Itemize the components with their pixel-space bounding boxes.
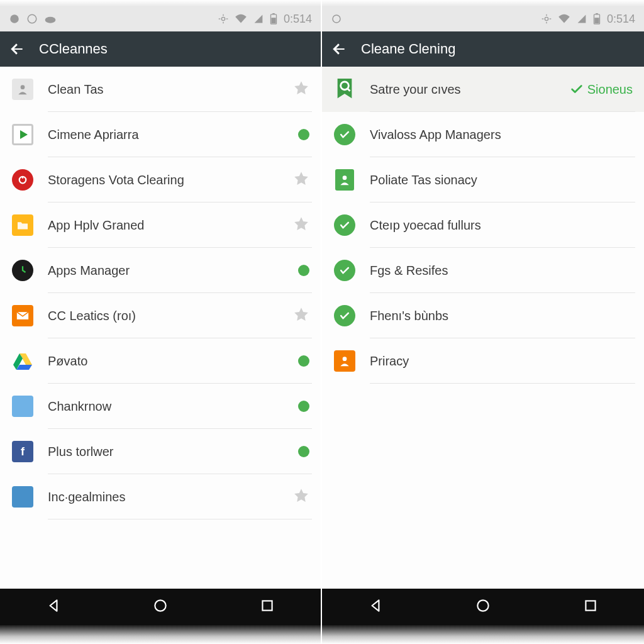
bottom-fade (0, 625, 321, 644)
status-success-text: Sioneus (587, 82, 633, 97)
list-item-label: Chankrnow (48, 399, 298, 414)
list-item-label: CC Leatics (roı) (48, 309, 293, 323)
list-item-label: Clean Tas (48, 82, 293, 97)
wifi-icon (558, 14, 570, 24)
nav-back-icon[interactable] (45, 597, 62, 616)
svg-point-3 (221, 17, 225, 20)
list-item[interactable]: Clean Tas (0, 67, 321, 112)
status-dot-icon (298, 446, 309, 457)
list-item[interactable]: Apps Manager (0, 248, 321, 293)
play-icon (11, 123, 34, 146)
list-item-label: Cimene Apriarra (48, 128, 298, 142)
list-item-label: Plus torlwer (48, 445, 298, 459)
mail-icon (11, 304, 34, 327)
nav-recent-icon[interactable] (582, 597, 599, 616)
status-bar: 0:514 (322, 6, 644, 31)
chat-icon (26, 13, 38, 25)
list-item-label: Priracy (370, 354, 633, 369)
svg-point-1 (28, 14, 36, 23)
svg-point-19 (333, 15, 340, 23)
android-nav-bar (0, 589, 321, 625)
status-dot-icon (331, 13, 342, 25)
cloud-icon (44, 14, 57, 23)
svg-point-0 (10, 14, 19, 23)
list-item-label: App Hplv Graned (48, 218, 293, 233)
check-icon (333, 304, 356, 327)
gear-icon (541, 14, 552, 24)
svg-point-11 (21, 85, 25, 89)
person-icon (333, 169, 356, 191)
list-item[interactable]: Pøvato (0, 338, 321, 384)
list-item-label: Inc·gealmines (48, 490, 293, 504)
person-icon (11, 78, 34, 101)
list-item[interactable]: Inc·gealmines (0, 474, 321, 519)
list-item-label: Poliate Tas sionacy (370, 173, 633, 187)
power-icon (11, 169, 34, 191)
app-circle-icon (11, 259, 34, 282)
app-list[interactable]: Clean TasCimene ApriarraStoragens Vota C… (0, 67, 321, 589)
android-nav-bar (322, 589, 644, 625)
list-item-label: Apps Manager (48, 264, 298, 278)
wifi-icon (235, 14, 247, 24)
back-arrow-icon[interactable] (9, 41, 25, 57)
list-item[interactable]: Priracy (322, 338, 644, 384)
gear-icon (218, 14, 228, 24)
star-icon[interactable] (293, 170, 309, 189)
status-dot-icon (298, 265, 309, 276)
svg-rect-10 (271, 18, 275, 23)
check-icon (333, 259, 356, 282)
clean-list[interactable]: Satre your cıves Sioneus Vivaloss App Ma… (322, 67, 644, 589)
nav-home-icon[interactable] (475, 597, 491, 616)
list-item[interactable]: App Hplv Graned (0, 203, 321, 248)
list-item-label: Pøvato (48, 354, 298, 369)
nav-recent-icon[interactable] (259, 597, 275, 616)
list-item[interactable]: CC Leatics (roı) (0, 293, 321, 338)
star-icon[interactable] (293, 80, 309, 99)
check-icon (333, 123, 356, 146)
list-item-label: Fhenı's bùnbs (370, 309, 633, 323)
app-bar: CCleannes (0, 31, 321, 67)
svg-point-31 (343, 357, 347, 361)
app-title: Cleane Clening (361, 41, 455, 57)
bookmark-icon (333, 78, 356, 101)
svg-point-30 (343, 175, 347, 180)
svg-point-32 (477, 600, 488, 611)
phone-left: 0:514 CCleannes Clean TasCimene Apriarra… (0, 0, 322, 644)
svg-point-20 (545, 17, 548, 20)
app-bar: Cleane Clening (322, 31, 644, 67)
person-icon (333, 350, 356, 372)
star-icon[interactable] (293, 487, 309, 506)
app-icon (11, 395, 34, 418)
back-arrow-icon[interactable] (331, 41, 347, 57)
folder-icon (11, 214, 34, 236)
bottom-fade (322, 625, 644, 644)
list-item[interactable]: Chankrnow (0, 384, 321, 429)
list-item[interactable]: Cteıp yoecad fullurs (322, 203, 644, 248)
list-item[interactable]: Fhenı's bùnbs (322, 293, 644, 338)
svg-rect-33 (586, 601, 595, 610)
app-icon (11, 486, 34, 508)
clean-header-label: Satre your cıves (370, 82, 570, 97)
clock-text: 0:514 (607, 13, 635, 26)
list-item[interactable]: Cimene Apriarra (0, 112, 321, 157)
nav-home-icon[interactable] (152, 597, 169, 616)
clean-header-row[interactable]: Satre your cıves Sioneus (322, 67, 644, 112)
signal-icon (577, 14, 587, 24)
list-item[interactable]: Storagens Vota Clearing (0, 157, 321, 203)
list-item[interactable]: Fgs & Resifes (322, 248, 644, 293)
star-icon[interactable] (293, 216, 309, 235)
app-title: CCleannes (39, 41, 108, 57)
list-item[interactable]: fPlus torlwer (0, 429, 321, 474)
svg-rect-26 (596, 13, 598, 14)
signal-icon (253, 14, 264, 24)
status-dot-icon (298, 355, 309, 367)
list-item[interactable]: Vivaloss App Managers (322, 112, 644, 157)
clock-text: 0:514 (284, 13, 312, 26)
status-dot-icon (298, 129, 309, 140)
nav-back-icon[interactable] (367, 597, 384, 616)
list-item[interactable]: Poliate Tas sionacy (322, 157, 644, 203)
top-fade (0, 0, 321, 6)
svg-rect-18 (262, 601, 272, 610)
star-icon[interactable] (293, 306, 309, 325)
status-bar: 0:514 (0, 6, 321, 31)
